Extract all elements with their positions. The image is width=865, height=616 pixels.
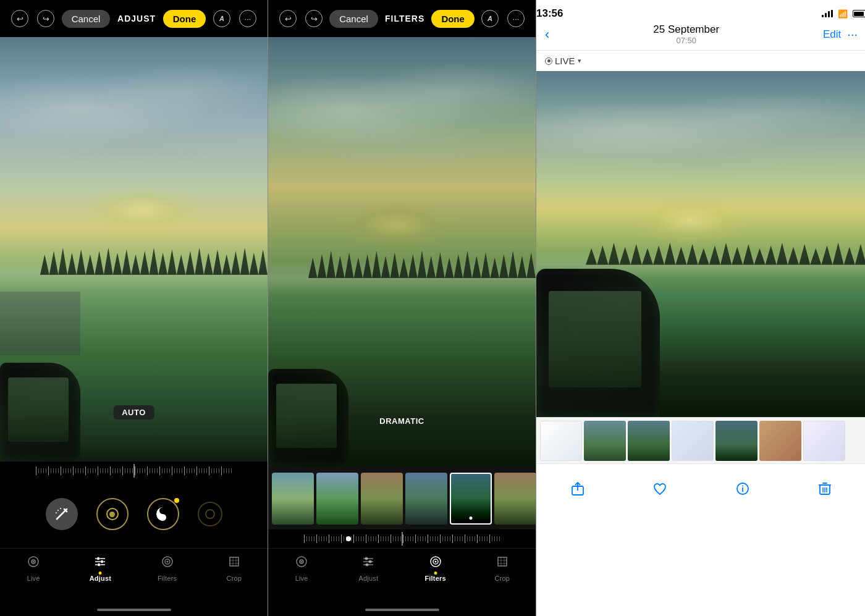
- tick-65: [196, 466, 197, 475]
- tick-9: [58, 468, 59, 473]
- tab-crop[interactable]: Crop: [216, 555, 253, 582]
- filter-thumb-vivid-cool[interactable]: [405, 473, 447, 525]
- filter-thumb-original[interactable]: [272, 473, 314, 525]
- filters-yellow-dot: [434, 572, 437, 575]
- thumb-th4[interactable]: [672, 421, 714, 461]
- tick-49: [157, 468, 158, 473]
- adjust-cancel-button[interactable]: Cancel: [62, 10, 111, 28]
- tick-15: [341, 534, 342, 543]
- delete-button[interactable]: [817, 481, 832, 496]
- trash-icon: [817, 481, 832, 496]
- filters-strip[interactable]: [268, 468, 536, 530]
- tick-58: [179, 468, 180, 473]
- tick-33: [386, 536, 386, 541]
- filters-adjust-icon: [361, 555, 375, 572]
- adjust-icon-svg: [93, 555, 107, 568]
- tick-46: [150, 468, 150, 473]
- svg-point-3: [60, 508, 61, 509]
- viewer-status-bar: 13:56 📶: [536, 0, 865, 22]
- brightness-tool[interactable]: [96, 498, 129, 530]
- auto-adjust-icon[interactable]: A: [213, 10, 230, 27]
- tick-42: [140, 468, 140, 473]
- svg-point-7: [33, 561, 35, 563]
- tick-62: [457, 536, 458, 541]
- tick-47: [420, 536, 421, 541]
- tick-39: [400, 536, 401, 541]
- wand-tool[interactable]: [46, 498, 78, 530]
- undo-button[interactable]: ↩: [11, 10, 28, 27]
- adjust-done-button[interactable]: Done: [163, 10, 206, 28]
- filters-cancel-button[interactable]: Cancel: [329, 10, 378, 28]
- more-options-icon[interactable]: ···: [239, 10, 256, 27]
- like-button[interactable]: [652, 481, 667, 496]
- viewer-nav-right: Edit ···: [823, 27, 858, 41]
- filters-tab-crop[interactable]: Crop: [484, 555, 521, 582]
- tab-live[interactable]: Live: [15, 555, 52, 582]
- filter-thumb-vivid[interactable]: [316, 473, 358, 525]
- tick-32: [383, 536, 384, 541]
- filters-adjust-label: Adjust: [358, 575, 378, 582]
- tick-41: [405, 536, 406, 541]
- panel-viewer: 13:56 📶 ‹ 25 September 07:50 Edit ···: [536, 0, 865, 616]
- viewer-edit-button[interactable]: Edit: [823, 28, 841, 41]
- tick-0: [304, 534, 305, 543]
- tick-59: [450, 536, 450, 541]
- filters-undo-button[interactable]: ↩: [279, 10, 297, 27]
- tick-24: [95, 468, 96, 473]
- filters-tab-adjust[interactable]: Adjust: [350, 555, 387, 582]
- panel-adjust: ↩ ↪ Cancel ADJUST Done A ··· AUTO: [0, 0, 268, 616]
- tick-15: [73, 466, 74, 475]
- tab-adjust-active[interactable]: Adjust: [82, 555, 119, 582]
- thumb-th1[interactable]: [540, 421, 582, 461]
- filters-tab-live[interactable]: Live: [283, 555, 320, 582]
- tick-2: [309, 536, 310, 541]
- info-button[interactable]: [735, 481, 750, 496]
- thumb-th7[interactable]: [803, 421, 845, 461]
- viewer-back-button[interactable]: ‹: [545, 27, 549, 43]
- share-button[interactable]: [570, 481, 585, 496]
- tab-filters[interactable]: Filters: [149, 555, 186, 582]
- contrast-tool[interactable]: [147, 498, 179, 530]
- filters-photo-area: DRAMATIC: [268, 37, 536, 468]
- redo-button[interactable]: ↪: [37, 10, 54, 27]
- tick-55: [440, 534, 441, 543]
- thumb-th5[interactable]: [715, 421, 757, 461]
- filters-filters-label: Filters: [424, 575, 445, 582]
- viewer-thumb-strip[interactable]: [536, 417, 865, 463]
- tick-56: [174, 468, 175, 473]
- tick-23: [93, 468, 93, 473]
- filters-done-button[interactable]: Done: [431, 10, 475, 28]
- thumb-th2[interactable]: [584, 421, 626, 461]
- tick-57: [177, 468, 177, 473]
- adjust-top-bar: ↩ ↪ Cancel ADJUST Done A ···: [0, 0, 268, 37]
- viewer-more-button[interactable]: ···: [847, 27, 858, 41]
- tick-4: [314, 536, 314, 541]
- filters-auto-icon[interactable]: A: [481, 10, 499, 27]
- tick-4: [46, 468, 46, 473]
- tick-77: [494, 536, 495, 541]
- adjust-slider-area[interactable]: [0, 462, 268, 480]
- tick-35: [122, 466, 123, 475]
- tick-37: [395, 536, 396, 541]
- auto-label: AUTO: [113, 405, 154, 420]
- tick-69: [206, 468, 207, 473]
- filters-more-icon[interactable]: ···: [507, 10, 525, 27]
- tick-54: [437, 536, 438, 541]
- filter-thumb-vivid-warm[interactable]: [361, 473, 403, 525]
- filters-right-icons: A ···: [481, 10, 525, 27]
- filter-thumb-dramatic[interactable]: [450, 473, 492, 525]
- tick-57: [445, 536, 445, 541]
- tick-30: [378, 534, 379, 543]
- thumb-th3[interactable]: [628, 421, 670, 461]
- filter-thumb-dramatic-warm[interactable]: [494, 473, 536, 525]
- filters-tab-filters-active[interactable]: Filters: [417, 555, 454, 582]
- filter-slider-area[interactable]: [268, 530, 536, 548]
- filters-redo-button[interactable]: ↪: [305, 10, 323, 27]
- tick-34: [388, 536, 389, 541]
- tick-43: [410, 536, 411, 541]
- extra-tool[interactable]: [198, 502, 222, 526]
- tick-6: [319, 536, 319, 541]
- thumb-th6[interactable]: [759, 421, 801, 461]
- tick-61: [455, 536, 455, 541]
- live-badge[interactable]: LIVE ▾: [536, 51, 865, 71]
